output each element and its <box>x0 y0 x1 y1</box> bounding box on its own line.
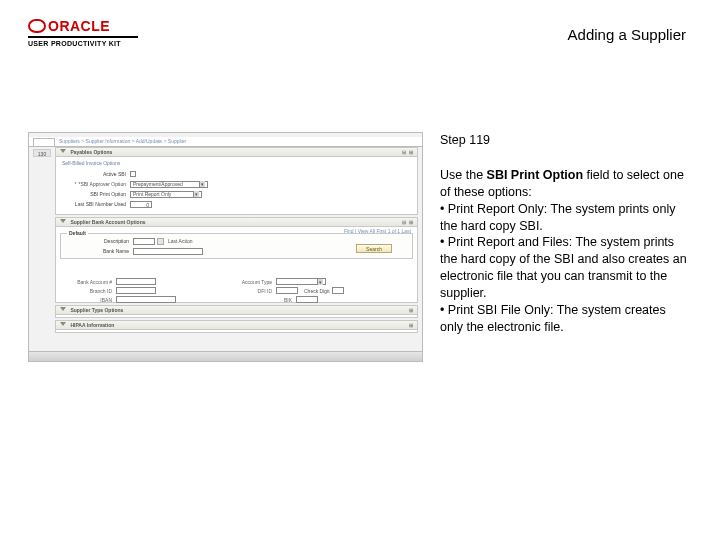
bik-label: BIK <box>216 297 296 303</box>
instruction-bullet-1: • Print Report Only: The system prints o… <box>440 201 690 235</box>
last-sbi-number-label: Last SBI Number Used <box>60 201 130 207</box>
check-digit-label: Check Digit <box>304 288 330 294</box>
check-digit-input[interactable] <box>332 287 344 294</box>
app-screenshot: Suppliers > Supplier Information > Add/U… <box>28 132 423 362</box>
active-sbi-label: Active SBI <box>60 171 130 177</box>
subbrand-label: USER PRODUCTIVITY KIT <box>28 40 138 47</box>
sbi-print-select[interactable]: Print Report Only ▾ <box>130 191 202 198</box>
panel-tools[interactable]: ⊞ <box>409 306 414 315</box>
panel-title: Supplier Type Options <box>70 307 123 313</box>
panel-title: HIPAA Information <box>70 322 114 328</box>
taskbar <box>29 351 422 361</box>
default-frame: Default Search Description Last Action B… <box>60 233 413 259</box>
instruction-bullet-3: • Print SBI File Only: The system create… <box>440 302 690 336</box>
oracle-o-mark <box>28 19 46 33</box>
expand-icon <box>60 322 66 326</box>
panel-tools[interactable]: ⊟ ⊞ <box>402 148 414 157</box>
active-tab[interactable] <box>33 138 55 146</box>
panel-supplier-bank: Supplier Bank Account Options ⊟ ⊞ Find |… <box>55 217 418 303</box>
description-input[interactable] <box>133 238 155 245</box>
panel-title: Supplier Bank Account Options <box>70 219 145 225</box>
breadcrumb: Suppliers > Supplier Information > Add/U… <box>59 138 186 144</box>
sbi-approver-label: *SBI Approver Option <box>78 181 126 187</box>
sbi-approver-select[interactable]: Prepayment/Approved ▾ <box>130 181 208 188</box>
oracle-wordmark: ORACLE <box>48 18 110 34</box>
search-button[interactable]: Search <box>356 244 392 253</box>
row-number-cell: 130 <box>33 149 51 157</box>
bankname-label: Bank Name <box>63 248 133 254</box>
panel-header[interactable]: HIPAA Information ⊞ <box>56 321 417 330</box>
logo-divider <box>28 36 138 38</box>
chevron-down-icon: ▾ <box>193 191 199 197</box>
panel-header[interactable]: Supplier Bank Account Options ⊟ ⊞ <box>56 218 417 227</box>
expand-icon <box>60 219 66 223</box>
branch-label: Branch ID <box>56 288 116 294</box>
expand-icon <box>60 307 66 311</box>
step-label: Step 119 <box>440 132 690 149</box>
default-legend: Default <box>67 230 88 236</box>
last-sbi-number-input[interactable]: 0 <box>130 201 152 208</box>
brand-logo: ORACLE USER PRODUCTIVITY KIT <box>28 18 138 47</box>
panel-tools[interactable]: ⊟ ⊞ <box>402 218 414 227</box>
chevron-down-icon: ▾ <box>199 181 205 187</box>
instruction-intro: Use the SBI Print Option field to select… <box>440 167 690 201</box>
last-action-label: Last Action <box>168 238 192 244</box>
dfi-input[interactable] <box>276 287 298 294</box>
subsection-label: Self-Billed Invoice Options <box>62 160 413 166</box>
iban-label: IBAN <box>56 297 116 303</box>
panel-header[interactable]: Payables Options ⊟ ⊞ <box>56 148 417 157</box>
iban-input[interactable] <box>116 296 176 303</box>
bankacct-input[interactable] <box>116 278 156 285</box>
bik-input[interactable] <box>296 296 318 303</box>
instruction-panel: Step 119 Use the SBI Print Option field … <box>440 132 690 336</box>
panel-tools[interactable]: ⊞ <box>409 321 414 330</box>
lookup-icon[interactable] <box>157 238 164 245</box>
panel-supplier-type: Supplier Type Options ⊞ <box>55 305 418 318</box>
sbi-print-label: SBI Print Option <box>60 191 130 197</box>
acct-type-label: Account Type <box>196 279 276 285</box>
description-label: Description <box>63 238 133 244</box>
panel-hipaa: HIPAA Information ⊞ <box>55 320 418 333</box>
branch-input[interactable] <box>116 287 156 294</box>
active-sbi-checkbox[interactable] <box>130 171 136 177</box>
field-name-bold: SBI Print Option <box>487 168 584 182</box>
panel-title: Payables Options <box>70 149 112 155</box>
page-title: Adding a Supplier <box>568 26 686 43</box>
chevron-down-icon: ▾ <box>317 279 323 285</box>
panel-payables-options: Payables Options ⊟ ⊞ Self-Billed Invoice… <box>55 147 418 215</box>
sbi-print-value: Print Report Only <box>133 191 171 197</box>
bankname-input[interactable] <box>133 248 203 255</box>
bankacct-label: Bank Account # <box>56 279 116 285</box>
expand-icon <box>60 149 66 153</box>
instruction-bullet-2: • Print Report and Files: The system pri… <box>440 234 690 302</box>
sbi-approver-value: Prepayment/Approved <box>133 181 183 187</box>
dfi-label: DFI ID <box>196 288 276 294</box>
tab-bar: Suppliers > Supplier Information > Add/U… <box>29 137 422 147</box>
acct-type-select[interactable]: ▾ <box>276 278 326 285</box>
panel-header[interactable]: Supplier Type Options ⊞ <box>56 306 417 315</box>
